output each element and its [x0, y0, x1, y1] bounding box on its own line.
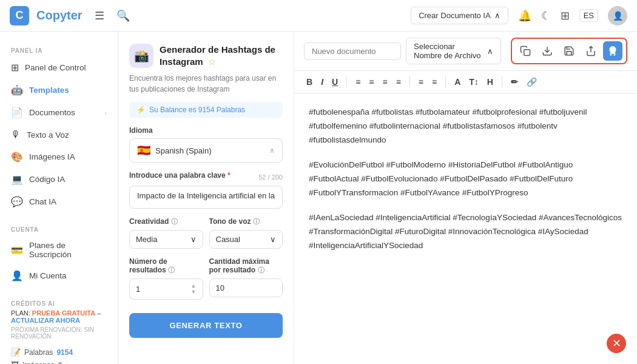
sidebar-item-label: Panel de Control	[25, 63, 86, 72]
sidebar-item-planes[interactable]: 💳 Planes de Suscripción	[0, 235, 118, 265]
sidebar-item-codigo-ia[interactable]: 💻 Código IA	[0, 168, 118, 190]
format-underline[interactable]: U	[329, 76, 340, 88]
keyword-input[interactable]: Impacto de la Inteligencia artificial en…	[129, 186, 283, 209]
format-font-color[interactable]: A	[452, 76, 463, 88]
tool-star-icon[interactable]: ☆	[208, 57, 216, 67]
sidebar-item-imagenes-ia[interactable]: 🎨 Imágenes IA	[0, 146, 118, 168]
document-icon: 📄	[11, 107, 23, 118]
ai-doc-button[interactable]	[603, 41, 622, 61]
chevron-right-icon: ›	[104, 109, 107, 116]
credits-palabras-row: 📝 Palabras 9154	[0, 346, 118, 359]
num-resultados-info-icon[interactable]: ⓘ	[168, 266, 175, 274]
logo-icon: C	[10, 6, 29, 25]
content-area: 📸 Generador de Hashtags de Instagram ☆ E…	[118, 32, 637, 364]
idioma-select[interactable]: 🇪🇸 Spanish (Spain) ∧	[129, 138, 283, 163]
doc-file-button[interactable]: Seleccionar Nombre de Archivo ∧	[406, 38, 501, 64]
avatar[interactable]: 👤	[608, 6, 627, 25]
credits-imagenes-label: Imágenes	[22, 361, 55, 365]
format-align-right[interactable]: ≡	[380, 76, 389, 88]
format-ordered-list[interactable]: ≡	[430, 76, 439, 88]
cantidad-max-field: Cantidad máxima por resultado ⓘ 10	[209, 257, 283, 300]
mic-icon: 🎙	[11, 129, 21, 140]
format-font-size[interactable]: T↕	[467, 76, 481, 88]
fmt-divider-3	[445, 76, 446, 87]
copy-doc-button[interactable]	[516, 41, 535, 61]
idioma-value: Spanish (Spain)	[155, 146, 212, 155]
format-heading[interactable]: H	[485, 76, 496, 88]
format-list[interactable]: ≡	[416, 76, 426, 88]
svg-point-4	[613, 49, 615, 50]
balance-badge: ⚡ Su Balance es 9154 Palabras	[129, 102, 283, 118]
sidebar-item-texto-a-voz[interactable]: 🎙 Texto a Voz	[0, 124, 118, 146]
search-icon[interactable]: 🔍	[116, 9, 130, 22]
menu-icon[interactable]: ☰	[95, 9, 104, 22]
chevron-up-icon: ∧	[487, 47, 493, 56]
grid-icon[interactable]: ⊞	[561, 9, 570, 22]
tono-field: Tono de voz ⓘ Casual ∨	[209, 217, 283, 249]
sidebar-item-panel-control[interactable]: ⊞ Panel de Control	[0, 56, 118, 79]
format-italic[interactable]: I	[318, 76, 326, 88]
bolt-icon: ⚡	[136, 106, 146, 114]
tono-value: Casual	[216, 235, 240, 244]
creatividad-label: Creatividad ⓘ	[129, 217, 203, 226]
crear-doc-label: Crear Documento IA	[419, 11, 491, 20]
bell-icon[interactable]: 🔔	[518, 9, 531, 22]
chevron-up-icon: ∧	[269, 146, 275, 155]
required-star: *	[228, 171, 231, 180]
tool-panel: 📸 Generador de Hashtags de Instagram ☆ E…	[118, 32, 294, 364]
tono-select[interactable]: Casual ∨	[209, 230, 283, 249]
plan-text: PLAN: PRUEBA GRATUITA – ACTUALIZAR AHORA	[11, 309, 107, 324]
plan-prueba[interactable]: PRUEBA GRATUITA	[32, 309, 95, 317]
cantidad-max-info-icon[interactable]: ⓘ	[258, 266, 265, 274]
sidebar-item-chat-ia[interactable]: 💬 Chat IA	[0, 190, 118, 213]
generate-button[interactable]: GENERAR TEXTO	[129, 313, 283, 338]
tool-header: 📸 Generador de Hashtags de Instagram ☆	[129, 44, 283, 68]
tool-title: Generador de Hashtags de Instagram	[160, 44, 275, 67]
doc-content[interactable]: #futbolenespaña #futbolistas #futbolamat…	[294, 93, 637, 364]
cantidad-max-value: 10	[216, 283, 224, 292]
credits-palabras-label: Palabras	[24, 348, 53, 357]
sidebar-item-templates[interactable]: 🤖 Templates	[0, 79, 118, 101]
stepper-down-icon[interactable]: ▼	[191, 289, 197, 295]
two-col-numbers: Número de resultados ⓘ 1 ▲ ▼ Cantidad má…	[129, 257, 283, 300]
right-panel: Seleccionar Nombre de Archivo ∧	[294, 32, 637, 364]
sidebar-item-label: Código IA	[29, 175, 65, 184]
plan-actualizar[interactable]: ACTUALIZAR AHORA	[11, 317, 80, 324]
crear-doc-button[interactable]: Crear Documento IA ∧	[411, 7, 508, 24]
credits-imagenes-row: 🖼 Imágenes 0	[0, 359, 118, 364]
plan-label: PLAN:	[11, 309, 30, 317]
format-align-center[interactable]: ≡	[366, 76, 376, 88]
num-resultados-stepper[interactable]: ▲ ▼	[191, 283, 197, 295]
plan-section: CRÉDITOS AI PLAN: PRUEBA GRATUITA – ACTU…	[0, 294, 118, 346]
doc-toolbar: Seleccionar Nombre de Archivo ∧	[294, 32, 637, 71]
sidebar-item-label: Planes de Suscripción	[29, 241, 107, 259]
tono-info-icon[interactable]: ⓘ	[253, 218, 260, 225]
sidebar-item-label: Texto a Voz	[27, 130, 69, 140]
cantidad-max-input[interactable]: 10	[209, 278, 283, 297]
creatividad-info-icon[interactable]: ⓘ	[171, 218, 178, 225]
format-align-justify[interactable]: ≡	[394, 76, 403, 88]
sidebar-item-documentos[interactable]: 📄 Documentos ›	[0, 101, 118, 124]
idioma-field: Idioma 🇪🇸 Spanish (Spain) ∧	[129, 126, 283, 163]
sidebar-item-mi-cuenta[interactable]: 👤 Mi Cuenta	[0, 265, 118, 287]
language-button[interactable]: ES	[579, 9, 598, 22]
share-doc-button[interactable]	[581, 41, 601, 61]
format-link[interactable]: 🔗	[524, 76, 539, 88]
format-align-left[interactable]: ≡	[353, 76, 363, 88]
fmt-divider-2	[410, 76, 410, 87]
plan-separator: –	[97, 309, 101, 317]
doc-name-input[interactable]	[304, 42, 401, 60]
format-pen[interactable]: ✏	[508, 76, 521, 88]
num-resultados-field: Número de resultados ⓘ 1 ▲ ▼	[129, 257, 203, 300]
balance-text: Su Balance es 9154 Palabras	[149, 106, 245, 114]
creatividad-select[interactable]: Media ∨	[129, 230, 203, 249]
credits-palabras-count: 9154	[56, 348, 73, 357]
num-resultados-input[interactable]: 1 ▲ ▼	[129, 278, 203, 300]
close-button[interactable]: ✕	[607, 334, 626, 353]
save-doc-button[interactable]	[559, 41, 579, 61]
nav-right: Crear Documento IA ∧ 🔔 ☾ ⊞ ES 👤	[411, 6, 627, 25]
download-doc-button[interactable]	[538, 41, 557, 61]
stepper-up-icon[interactable]: ▲	[191, 283, 197, 289]
format-bold[interactable]: B	[304, 76, 315, 88]
moon-icon[interactable]: ☾	[541, 9, 551, 22]
